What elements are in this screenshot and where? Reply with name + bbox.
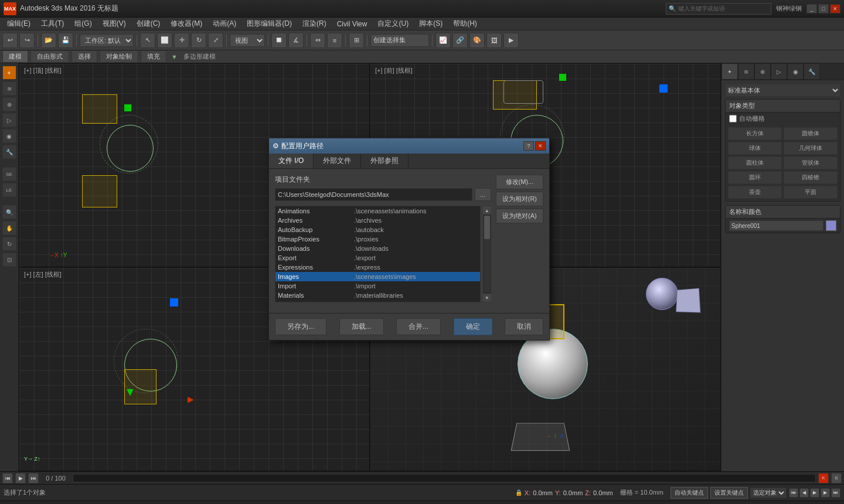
goto-end-btn[interactable]: ⏭ (831, 488, 840, 498)
move-button[interactable]: ✛ (174, 33, 189, 48)
select-button[interactable]: ↖ (140, 33, 155, 48)
close-button[interactable]: ✕ (830, 4, 840, 13)
maximize-viewport-btn[interactable]: ⊡ (2, 253, 16, 267)
workspace-dropdown[interactable]: 工作区: 默认 (80, 34, 134, 47)
path-list-item[interactable]: Import.\import (275, 281, 480, 291)
render-setup[interactable]: 🖼 (486, 33, 502, 48)
set-key-btn[interactable]: S (831, 473, 842, 483)
modify-btn[interactable]: 修改(M)... (496, 175, 543, 189)
play-status-btn[interactable]: ▶ (810, 488, 819, 498)
mirror-button[interactable]: ⇔ (310, 33, 325, 48)
auto-grid-checkbox[interactable] (729, 115, 737, 122)
redo-button[interactable]: ↪ (19, 33, 35, 48)
anim-track[interactable] (73, 474, 816, 482)
curve-editor[interactable]: 📈 (435, 33, 451, 48)
dialog-tab-external-ref[interactable]: 外部参照 (361, 154, 409, 168)
menu-modifiers[interactable]: 修改器(M) (166, 18, 207, 30)
scroll-thumb[interactable] (484, 216, 490, 239)
menu-group[interactable]: 组(G) (70, 18, 96, 30)
right-tab-motion[interactable]: ▷ (771, 63, 787, 80)
set-relative-btn[interactable]: 设为相对(R) (496, 192, 543, 206)
path-list[interactable]: Animations.\sceneassets\animationsArchiv… (275, 206, 481, 302)
menu-grapheditor[interactable]: 图形编辑器(D) (242, 18, 297, 30)
menu-edit[interactable]: 编辑(E) (2, 18, 35, 30)
tab-populate[interactable]: 填充 (141, 50, 166, 63)
path-input[interactable]: C:\Users\Steelgod\Documents\3dsMax (275, 188, 472, 201)
tab-selection[interactable]: 选择 (72, 50, 97, 63)
dialog-tab-external-files[interactable]: 外部文件 (314, 154, 361, 168)
shape-cylinder[interactable]: 圆柱体 (728, 156, 782, 169)
tab-modeling[interactable]: 建模 (2, 50, 28, 63)
color-swatch[interactable] (826, 220, 836, 231)
scroll-down-btn[interactable]: ▼ (483, 294, 491, 302)
shape-pyramid[interactable]: 四棱锥 (784, 171, 838, 184)
snap-toggle[interactable]: 🔲 (271, 33, 287, 48)
angle-snap[interactable]: ∡ (288, 33, 304, 48)
minimize-button[interactable]: _ (806, 4, 817, 13)
set-absolute-btn[interactable]: 设为绝对(A) (496, 209, 543, 223)
auto-key-btn[interactable]: K (818, 473, 829, 483)
scroll-up-btn[interactable]: ▲ (483, 206, 491, 214)
path-list-item[interactable]: Expressions.\express (275, 263, 480, 272)
right-tab-modify[interactable]: ≋ (738, 63, 754, 80)
undo-button[interactable]: ↩ (2, 33, 18, 48)
shape-tube[interactable]: 管状体 (784, 156, 838, 169)
cancel-btn[interactable]: 取消 (505, 318, 543, 335)
create-panel-btn[interactable]: + (2, 66, 16, 80)
shape-torus[interactable]: 圆环 (728, 171, 782, 184)
auto-key-status-btn[interactable]: 自动关键点 (671, 487, 708, 499)
object-name-input[interactable] (729, 220, 823, 231)
utility-panel-btn[interactable]: 🔧 (2, 145, 16, 159)
maximize-button[interactable]: □ (818, 4, 829, 13)
next-frame-btn[interactable]: ⏭ (28, 473, 39, 483)
set-key-status-btn[interactable]: 设置关键点 (710, 487, 748, 499)
viewport-dropdown[interactable]: 视图 (230, 34, 265, 47)
goto-start-btn[interactable]: ⏮ (789, 488, 798, 498)
hierarchy-panel-btn[interactable]: ⊕ (2, 97, 16, 111)
select-region-button[interactable]: ⬜ (157, 33, 172, 48)
ok-btn[interactable]: 确定 (454, 318, 492, 335)
right-tab-utility[interactable]: 🔧 (804, 63, 820, 80)
right-tab-display[interactable]: ◉ (787, 63, 804, 80)
path-list-item[interactable]: BitmapProxies.\proxies (275, 234, 480, 244)
motion-panel-btn[interactable]: ▷ (2, 113, 16, 127)
path-browse-btn[interactable]: ... (475, 188, 491, 201)
path-list-item[interactable]: Images.\sceneassets\images (275, 272, 480, 281)
menu-customize[interactable]: 自定义(U) (373, 18, 413, 30)
load-btn[interactable]: 加载... (339, 318, 384, 335)
scene-explorer-btn[interactable]: SE (2, 167, 16, 181)
open-button[interactable]: 📂 (41, 33, 56, 48)
menu-civilview[interactable]: Civil View (332, 19, 372, 29)
pan-btn[interactable]: ✋ (2, 221, 16, 235)
right-tab-hierarchy[interactable]: ⊕ (754, 63, 771, 80)
path-list-item[interactable]: Downloads.\downloads (275, 244, 480, 253)
selection-field[interactable] (370, 34, 429, 47)
shape-teapot[interactable]: 茶壶 (728, 186, 782, 199)
menu-tools[interactable]: 工具(T) (36, 18, 69, 30)
path-list-item[interactable]: Materials.\materiallibraries (275, 291, 480, 300)
path-list-item[interactable]: Animations.\sceneassets\animations (275, 206, 480, 216)
menu-script[interactable]: 脚本(S) (414, 18, 447, 30)
orbit-btn[interactable]: ↻ (2, 237, 16, 251)
shape-sphere[interactable]: 球体 (728, 142, 782, 155)
prev-frame-btn[interactable]: ⏮ (2, 473, 13, 483)
render-button[interactable]: ▶ (503, 33, 519, 48)
play-btn[interactable]: ▶ (15, 473, 26, 483)
next-frame-status-btn[interactable]: ▶ (821, 488, 830, 498)
path-list-item[interactable]: MaxStart.\scenes (275, 300, 480, 302)
material-editor[interactable]: 🎨 (469, 33, 485, 48)
prev-frame-status-btn[interactable]: ◀ (799, 488, 809, 498)
rotate-button[interactable]: ↻ (191, 33, 206, 48)
shape-box[interactable]: 长方体 (728, 127, 782, 140)
zoom-btn[interactable]: 🔍 (2, 205, 16, 219)
dialog-help-btn[interactable]: ? (523, 141, 534, 151)
save-button[interactable]: 💾 (58, 33, 73, 48)
merge-btn[interactable]: 合并... (396, 318, 441, 335)
display-panel-btn[interactable]: ◉ (2, 129, 16, 143)
filter-dropdown[interactable]: 选定对象 (750, 488, 787, 498)
path-list-item[interactable]: Export.\export (275, 253, 480, 263)
align-button[interactable]: ≡ (327, 33, 342, 48)
schematic-view[interactable]: 🔗 (452, 33, 468, 48)
dialog-tab-fileio[interactable]: 文件 I/O (269, 154, 314, 168)
right-tab-create[interactable]: + (722, 63, 738, 80)
